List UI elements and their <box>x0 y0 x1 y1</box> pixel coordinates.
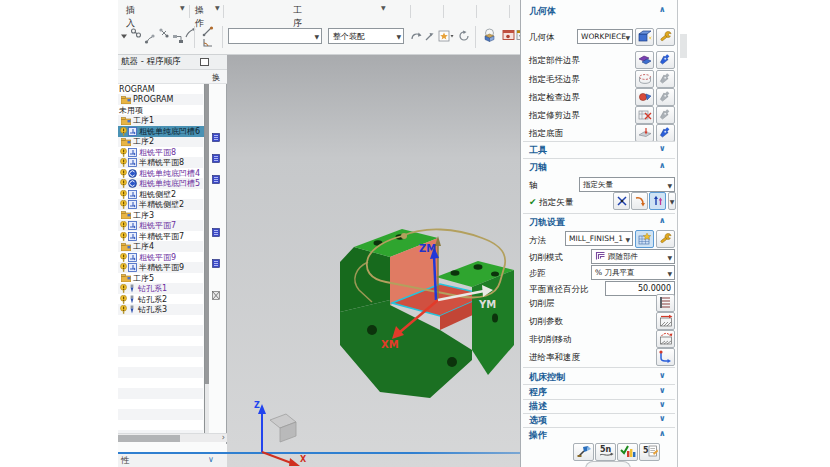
tree-operation-row[interactable]: 粗铣平面9 <box>118 252 204 263</box>
menu-insert-caret[interactable]: ▼ <box>180 4 185 11</box>
dropdown-caret-icon[interactable] <box>120 32 128 40</box>
tree-operation-row[interactable]: 粗铣单纯底凹槽6 <box>118 126 204 137</box>
tree-operation-row[interactable]: 半精铣平面9 <box>118 263 204 274</box>
section-path-settings[interactable]: 刀轨设置∧ <box>521 215 677 229</box>
rotate-view-icon[interactable] <box>458 30 470 42</box>
new-method-button[interactable] <box>635 230 654 248</box>
menu-operation-caret[interactable]: ▼ <box>381 4 386 11</box>
verify-button[interactable] <box>617 443 638 461</box>
tree-operation-row[interactable]: 钻孔系1 <box>118 284 204 295</box>
display-button[interactable] <box>656 70 675 88</box>
view-cube-icon[interactable] <box>482 28 497 42</box>
regenerate-marker-icon <box>120 127 127 136</box>
tree-operation-row[interactable]: ROGRAM <box>118 84 204 95</box>
display-button[interactable] <box>656 106 675 124</box>
star-box-icon[interactable] <box>438 30 454 42</box>
vector-infer-icon <box>634 192 646 211</box>
tree-vertical-scrollbar[interactable] <box>205 84 209 433</box>
tree-operation-row[interactable]: 未用项 <box>118 105 204 116</box>
tree-horizontal-scrollbar[interactable]: › <box>118 433 227 442</box>
section-tool[interactable]: 工具∨ <box>521 143 677 157</box>
specify-check-boundary-button[interactable] <box>635 88 654 106</box>
panel-window-icon[interactable] <box>200 58 209 66</box>
vector-up-button[interactable] <box>649 192 666 210</box>
tree-operation-row[interactable]: 钻孔系3 <box>118 305 204 316</box>
tree-group-row[interactable]: 工序5 <box>118 273 204 284</box>
snap-angle-icon[interactable] <box>202 37 214 48</box>
vector-infer-button[interactable] <box>631 192 648 210</box>
method-combo[interactable]: MILL_FINISH_1▼ <box>565 231 633 246</box>
chevron-down-icon[interactable]: ∨ <box>208 455 214 464</box>
cavity-mill-icon <box>128 169 137 178</box>
generate-button[interactable] <box>573 443 594 461</box>
search-combo[interactable]: ▼ <box>228 28 322 44</box>
specify-blank-boundary-button[interactable] <box>635 70 654 88</box>
hscroll-thumb[interactable] <box>118 435 180 442</box>
tree-operation-row[interactable]: 半精铣平面8 <box>118 158 204 169</box>
drill-operation-icon <box>128 305 136 314</box>
axis-combo[interactable]: 指定矢量▼ <box>579 177 675 192</box>
section-geometry[interactable]: 几何体∧ <box>521 4 677 18</box>
branch-arrow-icon[interactable] <box>424 30 436 42</box>
window-red-icon[interactable] <box>502 29 515 41</box>
folder-icon <box>121 117 131 125</box>
tree-group-row[interactable]: 工序4 <box>118 242 204 253</box>
specify-floor-button[interactable] <box>635 124 654 142</box>
ok-button-partial[interactable] <box>585 461 631 467</box>
snap-point-icon[interactable] <box>202 26 214 37</box>
hscroll-right-arrow-icon[interactable]: › <box>222 433 225 442</box>
playback-button[interactable]: 5n <box>595 443 616 461</box>
display-button[interactable] <box>656 88 675 106</box>
section-machine-control[interactable]: 机床控制∨ <box>521 370 677 384</box>
tree-group-row[interactable]: PROGRAM <box>118 95 204 106</box>
tree-group-row[interactable]: 工序2 <box>118 137 204 148</box>
swap-nodes-icon[interactable] <box>158 27 170 39</box>
section-description[interactable]: 描述∨ <box>521 399 677 413</box>
stepover-combo[interactable]: % 刀具平直▼ <box>591 265 675 280</box>
section-program[interactable]: 程序∨ <box>521 385 677 399</box>
tree-operation-row[interactable]: 粗铣单纯底凹槽4 <box>118 168 204 179</box>
link-nodes-icon[interactable] <box>144 33 156 45</box>
cut-levels-button[interactable] <box>656 294 675 312</box>
tree-item-label: 钻孔系1 <box>138 284 167 295</box>
cut-mode-combo[interactable]: 跟随部件▼ <box>591 249 675 264</box>
dependencies-pane[interactable]: 性 ∨ <box>118 454 227 467</box>
boundary-row-label: 指定检查边界 <box>529 92 580 104</box>
menu-operation[interactable]: 工序 <box>293 4 302 30</box>
specify-trim-boundary-button[interactable] <box>635 106 654 124</box>
edit-method-button[interactable] <box>656 230 675 248</box>
menu-operate-caret[interactable]: ▼ <box>215 4 220 11</box>
non-cutting-moves-button[interactable] <box>656 330 675 348</box>
tree-operation-row[interactable]: 粗铣平面8 <box>118 147 204 158</box>
section-actions[interactable]: 操作∧ <box>521 428 677 442</box>
chevron-up-icon: ∧ <box>659 216 666 225</box>
assembly-scope-combo[interactable]: 整个装配▼ <box>328 28 404 44</box>
cutting-params-button[interactable] <box>656 312 675 330</box>
vector-x-button[interactable] <box>613 192 630 210</box>
new-geometry-button[interactable] <box>635 28 654 46</box>
display-button[interactable] <box>656 51 675 69</box>
link-chain-icon[interactable] <box>130 27 142 39</box>
display-button[interactable] <box>656 124 675 142</box>
specify-part-boundary-button[interactable] <box>635 51 654 69</box>
tree-operation-row[interactable]: 钻孔系2 <box>118 294 204 305</box>
geometry-combo[interactable]: WORKPIECE▼ <box>577 29 633 44</box>
tree-operation-row[interactable]: 半精铣平面7 <box>118 231 204 242</box>
redo-arrow-icon[interactable] <box>410 30 422 42</box>
section-options[interactable]: 选项∨ <box>521 413 677 427</box>
feeds-speeds-button[interactable] <box>656 348 675 366</box>
part-model[interactable]: ZM XM YM <box>335 210 525 405</box>
tree-operation-row[interactable]: 粗铣侧壁2 <box>118 189 204 200</box>
tree-operation-row[interactable]: 粗铣平面7 <box>118 221 204 232</box>
section-tool-axis[interactable]: 刀轴∧ <box>521 160 677 174</box>
edit-geometry-button[interactable] <box>656 28 675 46</box>
reorder-nodes-icon[interactable] <box>172 33 184 45</box>
tree-operation-row[interactable]: 半精铣侧壁2 <box>118 200 204 211</box>
wcs-x-label: X <box>300 455 307 464</box>
part-right-outer-face <box>472 270 514 375</box>
tree-group-row[interactable]: 工序1 <box>118 116 204 127</box>
vector-more-button[interactable]: ▼ <box>668 192 676 210</box>
list-button[interactable]: 5 <box>639 443 660 461</box>
tree-group-row[interactable]: 工序3 <box>118 210 204 221</box>
tree-operation-row[interactable]: 粗铣单纯底凹槽5 <box>118 179 204 190</box>
